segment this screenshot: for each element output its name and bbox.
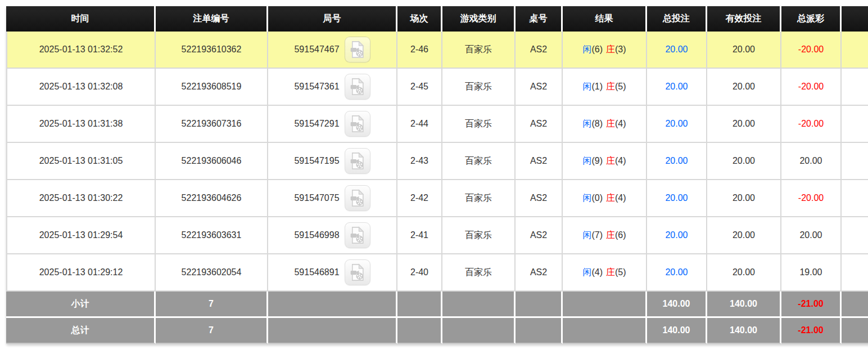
cell-time: 2025-01-13 01:30:22: [6, 180, 156, 217]
result-banker-score: (4): [615, 119, 626, 128]
video-replay-button[interactable]: [345, 111, 370, 137]
result-banker-label: 庄: [606, 44, 615, 54]
result-banker-score: (5): [615, 82, 626, 91]
cell-valid-bet: 20.00: [707, 106, 781, 143]
result-player-label: 闲: [582, 267, 591, 277]
header-cutoff-column: [842, 6, 868, 32]
cell-total-bet: 20.00: [647, 217, 707, 254]
total-bet-link[interactable]: 20.00: [665, 119, 688, 128]
cell-valid-bet: 20.00: [707, 143, 781, 180]
bet-record-row[interactable]: 2025-01-13 01:30:22522193604626591547075…: [6, 180, 868, 217]
header-total-payout: 总派彩: [781, 6, 842, 32]
subtotal-empty-session: [397, 292, 442, 318]
cell-table-no: AS2: [516, 106, 563, 143]
cell-result: 闲(7)庄(6): [563, 217, 647, 254]
cell-total-bet: 20.00: [647, 106, 707, 143]
result-banker-score: (4): [615, 193, 626, 203]
video-replay-button[interactable]: [345, 74, 370, 100]
cell-time: 2025-01-13 01:32:52: [6, 32, 156, 69]
cell-time: 2025-01-13 01:29:12: [6, 254, 156, 292]
bet-records-table: 时间 注单编号 局号 场次 游戏类别 桌号 结果 总投注 有效投注 总派彩 20…: [6, 6, 868, 344]
result-player-score: (4): [591, 267, 603, 277]
video-replay-button[interactable]: [345, 37, 370, 62]
cell-total-payout: -20.00: [781, 32, 842, 69]
result-player-label: 闲: [582, 82, 591, 91]
cell-total-bet: 20.00: [647, 143, 707, 180]
cell-valid-bet: 20.00: [707, 180, 781, 217]
result-player-label: 闲: [582, 119, 591, 128]
bet-record-row[interactable]: 2025-01-13 01:32:52522193610362591547467…: [6, 32, 868, 69]
cell-session: 2-41: [397, 217, 442, 254]
cell-session: 2-43: [397, 143, 442, 180]
cell-valid-bet: 20.00: [707, 69, 781, 106]
subtotal-total-bet: 140.00: [647, 292, 707, 318]
total-bet-link[interactable]: 20.00: [665, 44, 688, 54]
total-bet-link[interactable]: 20.00: [665, 193, 688, 203]
cell-bet-id: 522193602054: [156, 254, 268, 292]
cell-game-type: 百家乐: [442, 143, 516, 180]
subtotal-empty-game: [442, 292, 516, 318]
bet-record-row[interactable]: 2025-01-13 01:32:08522193608519591547361…: [6, 69, 868, 106]
cell-total-payout: 20.00: [781, 217, 842, 254]
cell-bet-id: 522193608519: [156, 69, 268, 106]
cell-total-payout: 20.00: [781, 143, 842, 180]
grand-total-empty-result: [563, 318, 647, 344]
header-result: 结果: [563, 6, 647, 32]
grand-total-row: 总计 7 140.00 140.00 -21.00: [6, 318, 868, 344]
cell-session: 2-44: [397, 106, 442, 143]
video-file-icon: [349, 78, 366, 96]
cell-result: 闲(0)庄(4): [563, 180, 647, 217]
round-id-value: 591546891: [294, 267, 339, 277]
bet-record-row[interactable]: 2025-01-13 01:29:54522193603631591546998…: [6, 217, 868, 254]
cell-session: 2-46: [397, 32, 442, 69]
cell-total-payout: -20.00: [781, 180, 842, 217]
video-replay-button[interactable]: [345, 185, 370, 211]
total-bet-link[interactable]: 20.00: [665, 230, 688, 240]
table-body: 2025-01-13 01:32:52522193610362591547467…: [6, 32, 868, 292]
result-player-label: 闲: [582, 44, 591, 54]
subtotal-cutoff: [842, 292, 868, 318]
cell-game-type: 百家乐: [442, 254, 516, 292]
result-player-score: (0): [591, 193, 603, 203]
cell-game-type: 百家乐: [442, 69, 516, 106]
cell-table-no: AS2: [516, 254, 563, 292]
bet-record-row[interactable]: 2025-01-13 01:29:12522193602054591546891…: [6, 254, 868, 292]
cell-table-no: AS2: [516, 180, 563, 217]
subtotal-valid-bet: 140.00: [707, 292, 781, 318]
header-session: 场次: [397, 6, 442, 32]
video-replay-button[interactable]: [345, 222, 370, 248]
round-id-value: 591547361: [294, 82, 339, 92]
cell-cutoff: [842, 180, 868, 217]
subtotal-payout: -21.00: [781, 292, 842, 318]
result-player-score: (1): [591, 82, 603, 91]
round-id-value: 591547291: [294, 119, 339, 129]
grand-total-empty-game: [442, 318, 516, 344]
result-player-score: (9): [591, 156, 603, 165]
header-bet-id: 注单编号: [156, 6, 268, 32]
grand-total-empty-table: [516, 318, 563, 344]
result-player-label: 闲: [582, 156, 591, 165]
bet-record-row[interactable]: 2025-01-13 01:31:05522193606046591547195…: [6, 143, 868, 180]
cell-bet-id: 522193603631: [156, 217, 268, 254]
video-replay-button[interactable]: [345, 259, 370, 285]
result-player-label: 闲: [582, 193, 591, 203]
grand-total-total-bet: 140.00: [647, 318, 707, 344]
grand-total-count: 7: [156, 318, 268, 344]
subtotal-empty-table: [516, 292, 563, 318]
total-bet-link[interactable]: 20.00: [665, 267, 688, 277]
total-bet-link[interactable]: 20.00: [665, 82, 688, 91]
cell-cutoff: [842, 217, 868, 254]
grand-total-label: 总计: [6, 318, 156, 344]
video-replay-button[interactable]: [345, 148, 370, 174]
subtotal-empty-round: [268, 292, 397, 318]
bet-record-row[interactable]: 2025-01-13 01:31:38522193607316591547291…: [6, 106, 868, 143]
cell-total-bet: 20.00: [647, 32, 707, 69]
grand-total-empty-round: [268, 318, 397, 344]
cell-result: 闲(4)庄(5): [563, 254, 647, 292]
cell-total-bet: 20.00: [647, 180, 707, 217]
cell-cutoff: [842, 106, 868, 143]
cell-cutoff: [842, 143, 868, 180]
cell-round-id: 591546891: [268, 254, 397, 292]
round-id-value: 591547075: [294, 193, 339, 203]
total-bet-link[interactable]: 20.00: [665, 156, 688, 165]
